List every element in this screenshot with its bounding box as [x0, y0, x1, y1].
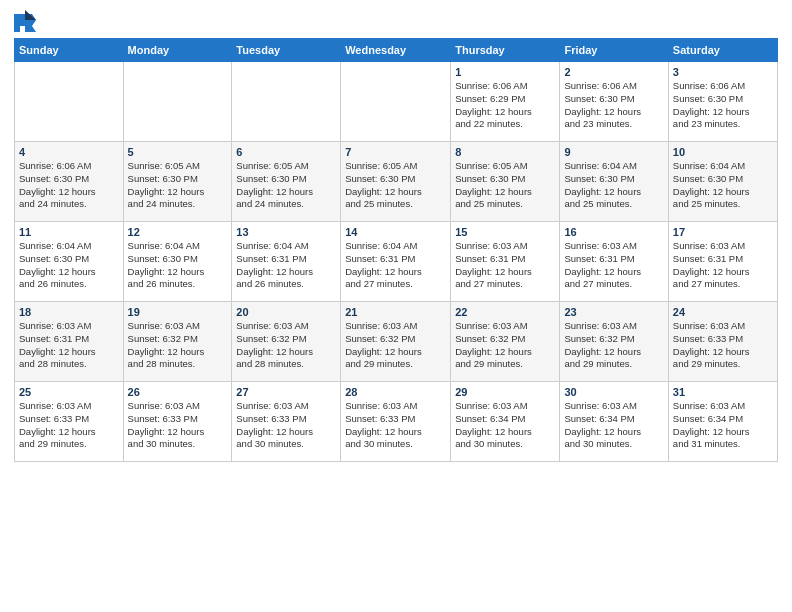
- day-info: Sunrise: 6:04 AM Sunset: 6:31 PM Dayligh…: [236, 240, 336, 291]
- day-number: 22: [455, 306, 555, 318]
- day-number: 21: [345, 306, 446, 318]
- day-number: 20: [236, 306, 336, 318]
- day-number: 8: [455, 146, 555, 158]
- weekday-header-saturday: Saturday: [668, 39, 777, 62]
- calendar-cell: 31Sunrise: 6:03 AM Sunset: 6:34 PM Dayli…: [668, 382, 777, 462]
- calendar-cell: 26Sunrise: 6:03 AM Sunset: 6:33 PM Dayli…: [123, 382, 232, 462]
- day-info: Sunrise: 6:03 AM Sunset: 6:31 PM Dayligh…: [19, 320, 119, 371]
- day-info: Sunrise: 6:04 AM Sunset: 6:30 PM Dayligh…: [564, 160, 663, 211]
- day-info: Sunrise: 6:03 AM Sunset: 6:34 PM Dayligh…: [455, 400, 555, 451]
- svg-marker-1: [25, 10, 36, 20]
- day-info: Sunrise: 6:03 AM Sunset: 6:32 PM Dayligh…: [564, 320, 663, 371]
- weekday-header-monday: Monday: [123, 39, 232, 62]
- day-info: Sunrise: 6:03 AM Sunset: 6:32 PM Dayligh…: [128, 320, 228, 371]
- day-info: Sunrise: 6:06 AM Sunset: 6:30 PM Dayligh…: [564, 80, 663, 131]
- weekday-header-row: SundayMondayTuesdayWednesdayThursdayFrid…: [15, 39, 778, 62]
- day-number: 2: [564, 66, 663, 78]
- calendar-cell: 2Sunrise: 6:06 AM Sunset: 6:30 PM Daylig…: [560, 62, 668, 142]
- calendar-cell: 28Sunrise: 6:03 AM Sunset: 6:33 PM Dayli…: [341, 382, 451, 462]
- day-info: Sunrise: 6:03 AM Sunset: 6:33 PM Dayligh…: [673, 320, 773, 371]
- calendar-cell: 3Sunrise: 6:06 AM Sunset: 6:30 PM Daylig…: [668, 62, 777, 142]
- calendar-cell: 22Sunrise: 6:03 AM Sunset: 6:32 PM Dayli…: [451, 302, 560, 382]
- day-info: Sunrise: 6:03 AM Sunset: 6:33 PM Dayligh…: [345, 400, 446, 451]
- logo: [14, 10, 40, 32]
- day-info: Sunrise: 6:03 AM Sunset: 6:33 PM Dayligh…: [236, 400, 336, 451]
- calendar-cell: 24Sunrise: 6:03 AM Sunset: 6:33 PM Dayli…: [668, 302, 777, 382]
- day-number: 1: [455, 66, 555, 78]
- calendar-cell: [15, 62, 124, 142]
- day-info: Sunrise: 6:04 AM Sunset: 6:30 PM Dayligh…: [19, 240, 119, 291]
- day-number: 16: [564, 226, 663, 238]
- day-info: Sunrise: 6:03 AM Sunset: 6:31 PM Dayligh…: [673, 240, 773, 291]
- calendar-cell: [232, 62, 341, 142]
- day-info: Sunrise: 6:04 AM Sunset: 6:30 PM Dayligh…: [128, 240, 228, 291]
- calendar-cell: [123, 62, 232, 142]
- day-number: 31: [673, 386, 773, 398]
- day-number: 12: [128, 226, 228, 238]
- day-number: 23: [564, 306, 663, 318]
- day-number: 4: [19, 146, 119, 158]
- calendar-cell: 14Sunrise: 6:04 AM Sunset: 6:31 PM Dayli…: [341, 222, 451, 302]
- calendar-cell: 12Sunrise: 6:04 AM Sunset: 6:30 PM Dayli…: [123, 222, 232, 302]
- day-number: 30: [564, 386, 663, 398]
- calendar-cell: 10Sunrise: 6:04 AM Sunset: 6:30 PM Dayli…: [668, 142, 777, 222]
- calendar-cell: 29Sunrise: 6:03 AM Sunset: 6:34 PM Dayli…: [451, 382, 560, 462]
- day-info: Sunrise: 6:03 AM Sunset: 6:32 PM Dayligh…: [455, 320, 555, 371]
- day-number: 9: [564, 146, 663, 158]
- day-number: 14: [345, 226, 446, 238]
- day-info: Sunrise: 6:03 AM Sunset: 6:31 PM Dayligh…: [455, 240, 555, 291]
- day-info: Sunrise: 6:04 AM Sunset: 6:30 PM Dayligh…: [673, 160, 773, 211]
- day-info: Sunrise: 6:05 AM Sunset: 6:30 PM Dayligh…: [455, 160, 555, 211]
- day-number: 3: [673, 66, 773, 78]
- day-number: 27: [236, 386, 336, 398]
- calendar-cell: 5Sunrise: 6:05 AM Sunset: 6:30 PM Daylig…: [123, 142, 232, 222]
- day-number: 24: [673, 306, 773, 318]
- calendar-week-3: 11Sunrise: 6:04 AM Sunset: 6:30 PM Dayli…: [15, 222, 778, 302]
- header-area: [14, 10, 778, 32]
- day-info: Sunrise: 6:04 AM Sunset: 6:31 PM Dayligh…: [345, 240, 446, 291]
- calendar-cell: 17Sunrise: 6:03 AM Sunset: 6:31 PM Dayli…: [668, 222, 777, 302]
- day-info: Sunrise: 6:03 AM Sunset: 6:32 PM Dayligh…: [236, 320, 336, 371]
- day-info: Sunrise: 6:03 AM Sunset: 6:34 PM Dayligh…: [673, 400, 773, 451]
- weekday-header-tuesday: Tuesday: [232, 39, 341, 62]
- weekday-header-sunday: Sunday: [15, 39, 124, 62]
- logo-icon: [14, 10, 36, 32]
- day-number: 13: [236, 226, 336, 238]
- calendar-cell: 1Sunrise: 6:06 AM Sunset: 6:29 PM Daylig…: [451, 62, 560, 142]
- calendar-cell: 23Sunrise: 6:03 AM Sunset: 6:32 PM Dayli…: [560, 302, 668, 382]
- day-info: Sunrise: 6:03 AM Sunset: 6:34 PM Dayligh…: [564, 400, 663, 451]
- calendar-week-2: 4Sunrise: 6:06 AM Sunset: 6:30 PM Daylig…: [15, 142, 778, 222]
- day-number: 15: [455, 226, 555, 238]
- calendar-week-1: 1Sunrise: 6:06 AM Sunset: 6:29 PM Daylig…: [15, 62, 778, 142]
- day-info: Sunrise: 6:03 AM Sunset: 6:32 PM Dayligh…: [345, 320, 446, 371]
- calendar-cell: 18Sunrise: 6:03 AM Sunset: 6:31 PM Dayli…: [15, 302, 124, 382]
- calendar-cell: 27Sunrise: 6:03 AM Sunset: 6:33 PM Dayli…: [232, 382, 341, 462]
- calendar-cell: 21Sunrise: 6:03 AM Sunset: 6:32 PM Dayli…: [341, 302, 451, 382]
- day-info: Sunrise: 6:06 AM Sunset: 6:29 PM Dayligh…: [455, 80, 555, 131]
- weekday-header-thursday: Thursday: [451, 39, 560, 62]
- day-info: Sunrise: 6:05 AM Sunset: 6:30 PM Dayligh…: [345, 160, 446, 211]
- day-info: Sunrise: 6:05 AM Sunset: 6:30 PM Dayligh…: [128, 160, 228, 211]
- calendar-cell: 15Sunrise: 6:03 AM Sunset: 6:31 PM Dayli…: [451, 222, 560, 302]
- calendar-cell: 7Sunrise: 6:05 AM Sunset: 6:30 PM Daylig…: [341, 142, 451, 222]
- calendar-cell: 11Sunrise: 6:04 AM Sunset: 6:30 PM Dayli…: [15, 222, 124, 302]
- calendar-cell: 8Sunrise: 6:05 AM Sunset: 6:30 PM Daylig…: [451, 142, 560, 222]
- day-number: 6: [236, 146, 336, 158]
- day-info: Sunrise: 6:03 AM Sunset: 6:33 PM Dayligh…: [128, 400, 228, 451]
- calendar-cell: [341, 62, 451, 142]
- calendar-cell: 13Sunrise: 6:04 AM Sunset: 6:31 PM Dayli…: [232, 222, 341, 302]
- day-number: 7: [345, 146, 446, 158]
- day-number: 11: [19, 226, 119, 238]
- day-number: 19: [128, 306, 228, 318]
- calendar-cell: 9Sunrise: 6:04 AM Sunset: 6:30 PM Daylig…: [560, 142, 668, 222]
- day-info: Sunrise: 6:03 AM Sunset: 6:33 PM Dayligh…: [19, 400, 119, 451]
- day-info: Sunrise: 6:03 AM Sunset: 6:31 PM Dayligh…: [564, 240, 663, 291]
- day-info: Sunrise: 6:05 AM Sunset: 6:30 PM Dayligh…: [236, 160, 336, 211]
- calendar-cell: 6Sunrise: 6:05 AM Sunset: 6:30 PM Daylig…: [232, 142, 341, 222]
- weekday-header-friday: Friday: [560, 39, 668, 62]
- day-number: 28: [345, 386, 446, 398]
- page-container: SundayMondayTuesdayWednesdayThursdayFrid…: [0, 0, 792, 468]
- day-info: Sunrise: 6:06 AM Sunset: 6:30 PM Dayligh…: [19, 160, 119, 211]
- calendar-week-4: 18Sunrise: 6:03 AM Sunset: 6:31 PM Dayli…: [15, 302, 778, 382]
- calendar-cell: 16Sunrise: 6:03 AM Sunset: 6:31 PM Dayli…: [560, 222, 668, 302]
